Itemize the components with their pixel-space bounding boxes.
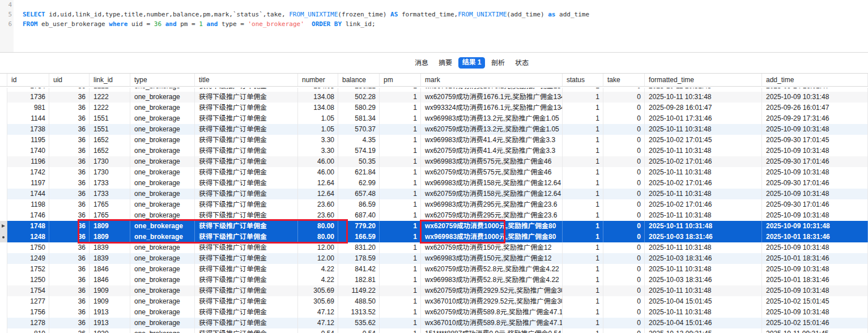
tab-status[interactable]: 状态: [515, 58, 529, 69]
cell-id[interactable]: 1196: [7, 156, 49, 167]
cell-type[interactable]: one_brokerage: [130, 210, 195, 221]
cell-id[interactable]: 1740: [7, 146, 49, 156]
cell-link_id[interactable]: 1846: [90, 264, 130, 275]
row-gutter[interactable]: [0, 135, 7, 146]
cell-take[interactable]: 0: [603, 275, 645, 285]
cell-balance[interactable]: 502.28: [338, 92, 380, 103]
cell-status[interactable]: 1: [563, 92, 603, 103]
cell-mark[interactable]: wx969983成功消费158元,奖励推广佣金12.64: [421, 178, 563, 189]
cell-balance[interactable]: 4.35: [338, 135, 380, 146]
cell-balance[interactable]: 657.48: [338, 189, 380, 199]
cell-type[interactable]: one_brokerage: [130, 167, 195, 178]
cell-balance[interactable]: 779.20: [338, 221, 380, 232]
cell-number[interactable]: 3.30: [298, 135, 338, 146]
cell-pm[interactable]: 1: [380, 307, 421, 318]
cell-balance[interactable]: 62.99: [338, 178, 380, 189]
cell-add_time[interactable]: 2025-10-09 10:31:48: [762, 307, 868, 318]
cell-uid[interactable]: 36: [49, 103, 90, 113]
cell-add_time[interactable]: 2025-09-26 16:01:47: [762, 103, 868, 113]
cell-uid[interactable]: 36: [49, 232, 90, 242]
cell-status[interactable]: 1: [563, 242, 603, 253]
column-header-link_id[interactable]: link_id: [90, 74, 130, 86]
cell-mark[interactable]: wx620759成功消费150元,奖励推广佣金12: [421, 242, 563, 253]
cell-number[interactable]: 46.00: [298, 167, 338, 178]
column-header-status[interactable]: status: [563, 74, 603, 86]
cell-number[interactable]: 47.12: [298, 318, 338, 328]
cell-id[interactable]: 1734: [7, 88, 49, 92]
cell-number[interactable]: 12.64: [298, 178, 338, 189]
column-header-number[interactable]: number: [298, 74, 338, 86]
cell-title[interactable]: 获得下级推广订单佣金: [195, 285, 298, 296]
cell-title[interactable]: 获得下级推广订单佣金: [195, 146, 298, 156]
cell-link_id[interactable]: 1909: [90, 285, 130, 296]
cell-take[interactable]: 0: [603, 103, 645, 113]
cell-formatted_time[interactable]: 2025-10-11 10:31:48: [645, 285, 762, 296]
cell-number[interactable]: 134.08: [298, 92, 338, 103]
cell-id[interactable]: 1249: [7, 253, 49, 264]
cell-balance[interactable]: 831.20: [338, 242, 380, 253]
cell-uid[interactable]: 36: [49, 92, 90, 103]
cell-status[interactable]: 1: [563, 189, 603, 199]
cell-id[interactable]: 1278: [7, 318, 49, 328]
row-gutter[interactable]: [0, 146, 7, 156]
cell-type[interactable]: one_brokerage: [130, 328, 195, 333]
cell-add_time[interactable]: 2025-10-09 10:31:48: [762, 210, 868, 221]
cell-number[interactable]: 80.00: [298, 232, 338, 242]
cell-uid[interactable]: 36: [49, 253, 90, 264]
cell-status[interactable]: 1: [563, 124, 603, 135]
cell-add_time[interactable]: 2025-10-09 10:31:48: [762, 264, 868, 275]
cell-balance[interactable]: 166.59: [338, 232, 380, 242]
cell-title[interactable]: 获得下级推广订单佣金: [195, 103, 298, 113]
cell-title[interactable]: 获得下级推广订单佣金: [195, 318, 298, 328]
cell-mark[interactable]: wx620759成功消费13.2元,奖励推广佣金1.05: [421, 124, 563, 135]
cell-formatted_time[interactable]: 2025-10-01 17:31:46: [645, 113, 762, 124]
cell-status[interactable]: 1: [563, 296, 603, 307]
cell-id[interactable]: 1752: [7, 264, 49, 275]
cell-add_time[interactable]: 2025-09-29 17:31:46: [762, 113, 868, 124]
cell-status[interactable]: 1: [563, 210, 603, 221]
cell-title[interactable]: 获得下级推广订单佣金: [195, 242, 298, 253]
cell-add_time[interactable]: 2025-10-01 18:31:46: [762, 275, 868, 285]
cell-id[interactable]: 1277: [7, 296, 49, 307]
cell-id[interactable]: 1198: [7, 199, 49, 210]
cell-formatted_time[interactable]: 2025-10-13 09:31:45: [645, 328, 762, 333]
cell-type[interactable]: one_brokerage: [130, 189, 195, 199]
column-header-type[interactable]: type: [130, 74, 195, 86]
tab-profile[interactable]: 剖析: [491, 58, 505, 69]
cell-link_id[interactable]: 1913: [90, 318, 130, 328]
cell-type[interactable]: one_brokerage: [130, 275, 195, 285]
cell-add_time[interactable]: 2025-09-30 17:01:46: [762, 178, 868, 189]
cell-pm[interactable]: 1: [380, 253, 421, 264]
cell-status[interactable]: 1: [563, 285, 603, 296]
row-gutter[interactable]: [0, 285, 7, 296]
cell-uid[interactable]: 36: [49, 156, 90, 167]
cell-link_id[interactable]: 1222: [90, 92, 130, 103]
cell-type[interactable]: one_brokerage: [130, 124, 195, 135]
cell-link_id[interactable]: 1652: [90, 146, 130, 156]
cell-formatted_time[interactable]: 2025-10-11 10:31:48: [645, 167, 762, 178]
cell-id[interactable]: 1746: [7, 210, 49, 221]
column-header-take[interactable]: take: [603, 74, 645, 86]
cell-formatted_time[interactable]: 2025-10-02 17:01:45: [645, 135, 762, 146]
cell-title[interactable]: 获得下级推广订单佣金: [195, 135, 298, 146]
cell-uid[interactable]: 36: [49, 199, 90, 210]
column-header-add_time[interactable]: add_time: [762, 74, 868, 86]
cell-formatted_time[interactable]: 2025-10-11 10:31:48: [645, 146, 762, 156]
row-gutter[interactable]: [0, 92, 7, 103]
cell-type[interactable]: one_brokerage: [130, 232, 195, 242]
cell-number[interactable]: 1.05: [298, 124, 338, 135]
cell-link_id[interactable]: 1551: [90, 113, 130, 124]
cell-status[interactable]: 1: [563, 178, 603, 189]
cell-pm[interactable]: 1: [380, 232, 421, 242]
cell-id[interactable]: 1195: [7, 135, 49, 146]
cell-id[interactable]: 1756: [7, 307, 49, 318]
cell-link_id[interactable]: 1765: [90, 199, 130, 210]
cell-add_time[interactable]: 2025-09-24 16:01:47: [762, 88, 868, 92]
cell-mark[interactable]: wx620759成功消费1000元,奖励推广佣金80: [421, 221, 563, 232]
cell-take[interactable]: 0: [603, 264, 645, 275]
cell-uid[interactable]: 36: [49, 210, 90, 221]
cell-status[interactable]: 1: [563, 318, 603, 328]
cell-pm[interactable]: 1: [380, 167, 421, 178]
cell-uid[interactable]: 36: [49, 135, 90, 146]
cell-status[interactable]: 1: [563, 328, 603, 333]
